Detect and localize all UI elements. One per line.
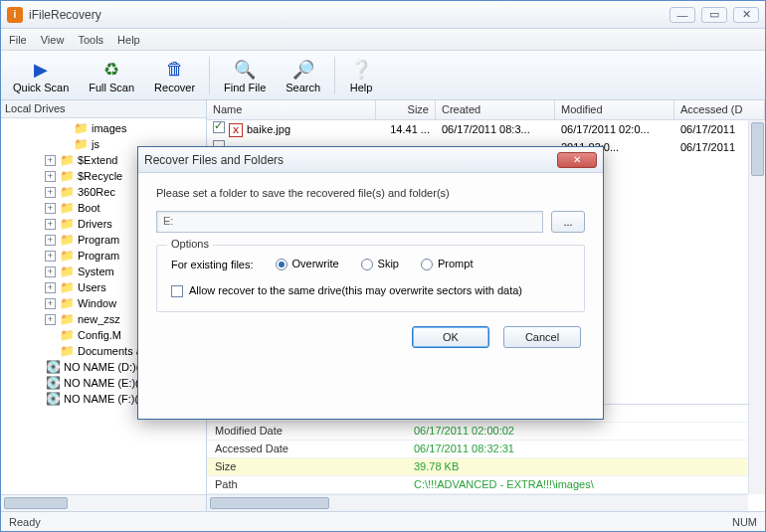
col-name[interactable]: Name xyxy=(207,100,376,119)
menu-tools[interactable]: Tools xyxy=(78,34,103,46)
radio-skip[interactable]: Skip xyxy=(361,258,399,270)
close-button[interactable]: ✕ xyxy=(733,7,759,23)
tree-item-label: Users xyxy=(78,281,106,293)
find-file-button[interactable]: 🔍Find File xyxy=(214,56,276,95)
checkbox-icon xyxy=(171,285,183,297)
tree-item-label: js xyxy=(92,138,99,150)
radio-label: Prompt xyxy=(438,258,473,269)
expander-icon[interactable]: + xyxy=(45,155,56,166)
file-list-header: Name Size Created Modified Accessed (D xyxy=(207,100,765,120)
folder-icon: 📁 xyxy=(59,185,75,199)
checkbox-allow-same-drive[interactable]: Allow recover to the same drive(this may… xyxy=(171,284,522,296)
scrollbar-thumb[interactable] xyxy=(210,497,329,509)
detail-row: Size39.78 KB xyxy=(207,458,748,476)
detail-value: 06/17/2011 02:00:02 xyxy=(406,423,748,440)
expander-icon[interactable]: + xyxy=(45,314,56,325)
dialog-titlebar[interactable]: Recover Files and Folders ✕ xyxy=(138,147,603,173)
col-created[interactable]: Created xyxy=(436,100,555,119)
dialog-body: Please set a folder to save the recovere… xyxy=(138,173,603,358)
expander-icon[interactable]: + xyxy=(45,187,56,198)
folder-icon: 📁 xyxy=(59,296,75,310)
expander-icon[interactable]: + xyxy=(45,266,56,277)
scrollbar-thumb[interactable] xyxy=(751,122,764,176)
window-controls: — ▭ ✕ xyxy=(670,7,759,23)
tree-item-label: Config.M xyxy=(78,329,121,341)
dialog-close-button[interactable]: ✕ xyxy=(557,152,597,168)
expander-icon[interactable]: + xyxy=(45,219,56,230)
folder-icon: 📁 xyxy=(59,201,75,215)
tree-item-label: Program xyxy=(78,234,119,246)
cancel-button[interactable]: Cancel xyxy=(503,326,581,348)
col-modified[interactable]: Modified xyxy=(555,100,674,119)
folder-icon: 💽 xyxy=(45,376,61,390)
tree-item-label: Boot xyxy=(78,202,100,214)
search-icon: 🔎 xyxy=(291,58,315,82)
ok-button[interactable]: OK xyxy=(412,326,489,348)
list-h-scrollbar[interactable] xyxy=(207,494,748,511)
col-accessed[interactable]: Accessed (D xyxy=(674,100,765,119)
status-text: Ready xyxy=(9,516,41,528)
detail-row: PathC:\!!!ADVANCED - EXTRA!!!\images\ xyxy=(207,476,748,494)
status-num: NUM xyxy=(732,516,757,528)
scrollbar-thumb[interactable] xyxy=(4,497,68,509)
folder-icon: 📁 xyxy=(73,137,89,151)
toolbar-label: Help xyxy=(350,82,373,93)
quick-scan-button[interactable]: ▶Quick Scan xyxy=(3,56,79,95)
expander-icon[interactable]: + xyxy=(45,171,56,182)
toolbar-label: Search xyxy=(286,82,320,93)
toolbar-separator xyxy=(209,57,210,94)
folder-icon: 📁 xyxy=(59,312,75,326)
detail-value: 39.78 KB xyxy=(406,458,748,475)
recover-button[interactable]: 🗑Recover xyxy=(144,56,205,95)
expander-icon[interactable]: + xyxy=(45,298,56,309)
list-v-scrollbar[interactable] xyxy=(748,120,765,494)
dialog-instruction: Please set a folder to save the recovere… xyxy=(156,187,585,199)
magnifier-icon: 🔍 xyxy=(233,58,257,82)
file-modified: 06/17/2011 02:0... xyxy=(555,122,674,136)
expander-icon[interactable]: + xyxy=(45,282,56,293)
radio-overwrite[interactable]: Overwrite xyxy=(276,258,339,270)
tree-item[interactable]: 📁images xyxy=(3,120,204,136)
maximize-button[interactable]: ▭ xyxy=(701,7,727,23)
folder-icon: 📁 xyxy=(59,280,75,294)
menubar: File View Tools Help xyxy=(1,29,765,51)
tree-item-label: $Recycle xyxy=(78,170,122,182)
browse-button[interactable]: ... xyxy=(551,211,585,233)
radio-prompt[interactable]: Prompt xyxy=(421,258,473,270)
scan-icon: ♻ xyxy=(99,58,123,82)
expander-icon[interactable]: + xyxy=(45,251,56,262)
path-input[interactable]: E: xyxy=(156,211,543,233)
toolbar-label: Find File xyxy=(224,82,266,93)
file-size: 14.41 ... xyxy=(376,122,436,136)
tree-item-label: Program xyxy=(78,250,119,262)
radio-icon xyxy=(421,259,433,270)
detail-value: 06/17/2011 08:32:31 xyxy=(406,441,748,457)
tree-item-label: 360Rec xyxy=(78,186,115,198)
row-checkbox[interactable] xyxy=(213,121,225,133)
titlebar[interactable]: i iFileRecovery — ▭ ✕ xyxy=(1,1,765,29)
menu-view[interactable]: View xyxy=(41,34,65,46)
file-row[interactable]: Xbaike.jpg14.41 ...06/17/2011 08:3...06/… xyxy=(207,120,765,138)
folder-icon: 📁 xyxy=(59,153,75,167)
checkbox-label: Allow recover to the same drive(this may… xyxy=(189,284,522,296)
col-size[interactable]: Size xyxy=(376,100,436,119)
toolbar-label: Recover xyxy=(154,82,195,93)
menu-help[interactable]: Help xyxy=(117,34,140,46)
radio-icon xyxy=(276,259,287,270)
recover-icon: 🗑 xyxy=(163,58,187,82)
folder-icon: 📁 xyxy=(73,121,89,135)
help-button[interactable]: ❔Help xyxy=(339,56,383,95)
tree-h-scrollbar[interactable] xyxy=(1,494,206,511)
folder-icon: 💽 xyxy=(45,360,61,374)
search-button[interactable]: 🔎Search xyxy=(276,56,330,95)
deleted-file-icon: X xyxy=(229,123,243,137)
folder-icon: 📁 xyxy=(59,328,75,342)
menu-file[interactable]: File xyxy=(9,34,27,46)
tree-item-label: $Extend xyxy=(78,154,117,166)
expander-icon[interactable]: + xyxy=(45,203,56,214)
minimize-button[interactable]: — xyxy=(670,7,695,23)
toolbar-label: Full Scan xyxy=(89,82,134,93)
detail-row: Modified Date06/17/2011 02:00:02 xyxy=(207,423,748,441)
full-scan-button[interactable]: ♻Full Scan xyxy=(79,56,144,95)
expander-icon[interactable]: + xyxy=(45,235,56,246)
